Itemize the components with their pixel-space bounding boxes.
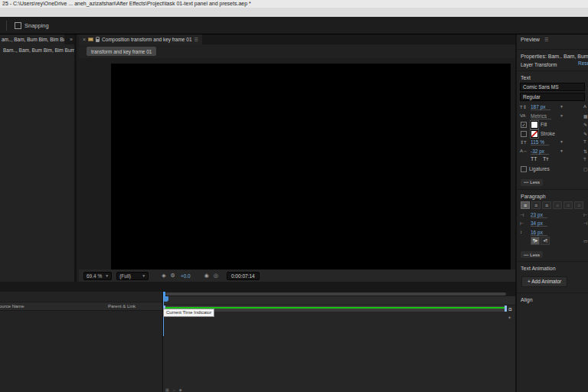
font-size-value[interactable]: 187 px	[531, 104, 550, 110]
stroke-checkbox[interactable]	[521, 131, 527, 137]
composition-panel: × Composition transform and key frame 01…	[79, 34, 515, 282]
zoom-level-value: 69.4 %	[87, 273, 102, 279]
work-area-end-handle[interactable]	[505, 305, 507, 312]
clipped-icon: ⊢	[583, 212, 587, 217]
preview-title: Preview	[521, 37, 540, 42]
tab-overflow-icon[interactable]: »	[70, 37, 74, 42]
comp-marker-button[interactable]: ◘	[508, 307, 511, 312]
small-caps-button[interactable]: Tᴛ	[543, 156, 548, 162]
snapping-checkbox[interactable]	[15, 22, 21, 29]
playhead-handle[interactable]	[163, 296, 168, 302]
text-animation-header: Text Animation	[517, 263, 588, 273]
add-animator-label: Add Animator	[531, 279, 561, 284]
ltr-direction-button[interactable]: ¶▸	[531, 237, 540, 245]
timeline-track-area: Current Time Indicator ◘ ✦	[163, 292, 515, 392]
text-less-button[interactable]: •••Less	[521, 179, 543, 186]
paragraph-less-button[interactable]: •••Less	[521, 251, 543, 258]
align-right-button[interactable]: ≡	[542, 201, 551, 209]
font-size-icon: T⇕	[520, 104, 527, 109]
comp-button-icon[interactable]: ✦	[508, 315, 511, 320]
ligatures-checkbox[interactable]	[521, 166, 527, 172]
timeline-column-header: Source Name Parent & Link	[0, 302, 162, 311]
composition-statusbar: 69.4 % ▼ (Full) ▼ ◈ ⚙ +0.0 ◉ ◎ 0:00:07:1…	[79, 270, 515, 282]
chevron-down-icon[interactable]: ▼	[560, 149, 564, 153]
fill-checkbox[interactable]: ✓	[521, 122, 527, 128]
rtl-direction-button[interactable]: ◂¶	[541, 237, 550, 245]
space-before-row: ↕ 16 px	[517, 228, 588, 237]
font-family-dropdown[interactable]: Comic Sans MS	[520, 83, 585, 91]
snapshot-icon[interactable]: ◉	[204, 273, 209, 279]
exposure-value[interactable]: +0.0	[181, 273, 191, 279]
timeline-panel: Source Name Parent & Link Current Time I…	[0, 282, 515, 392]
add-animator-button[interactable]: + Add Animator	[521, 276, 567, 287]
ligatures-label: Ligatures	[529, 166, 550, 172]
effect-source-name: Bam.., Bam, Bum Bim, Bim Bum.	[0, 44, 74, 55]
align-center-button[interactable]: ≡	[531, 201, 541, 209]
stroke-color-swatch[interactable]	[531, 130, 538, 138]
timeline-tabbar	[0, 282, 515, 292]
align-left-button[interactable]: ≡	[521, 201, 530, 209]
justify-center-button[interactable]: ≡	[564, 201, 573, 209]
current-time-field[interactable]: 0:00:07:14	[227, 272, 260, 280]
kerning-value[interactable]: Metrics	[531, 113, 551, 119]
transform-reset-button[interactable]: Reset	[578, 60, 588, 66]
source-name-column-label[interactable]: Source Name	[0, 304, 24, 309]
eyedropper-icon[interactable]: ✎	[583, 122, 587, 127]
effect-controls-tab[interactable]: am.., Bam, Bum Bim, Bim Bum.	[0, 34, 64, 44]
stroke-row: Stroke ✎	[517, 129, 588, 139]
all-caps-button[interactable]: TT	[531, 156, 537, 162]
layer-transform-header: Layer Transform Reset	[517, 60, 588, 69]
clipped-icon: T	[583, 139, 586, 144]
stroke-label: Stroke	[541, 131, 555, 136]
chevron-down-icon[interactable]: ▼	[560, 113, 564, 118]
caps-row: TT Tᴛ T	[517, 155, 588, 165]
time-ruler[interactable]	[163, 296, 515, 305]
indent-left-value[interactable]: 23 px	[531, 212, 547, 218]
clipped-icon: A	[583, 104, 586, 109]
tracking-value[interactable]: -32 px	[531, 149, 549, 155]
show-snapshot-icon[interactable]: ◎	[214, 273, 218, 279]
paragraph-header: Paragraph	[517, 191, 588, 201]
indent-left-row: ⊣ 23 px ⊢	[517, 211, 588, 220]
lock-icon[interactable]	[96, 39, 100, 42]
preview-header: Preview ☰	[517, 34, 588, 44]
channels-icon[interactable]: ◈	[162, 273, 165, 279]
clipped-checkbox[interactable]: ▢	[583, 166, 588, 172]
scrollbar-thumb[interactable]	[165, 292, 506, 296]
zoom-level-dropdown[interactable]: 69.4 % ▼	[83, 272, 112, 280]
indent-right-value[interactable]: 34 px	[531, 220, 547, 227]
tracking-icon: A↔	[520, 149, 528, 153]
resolution-dropdown[interactable]: (Full) ▼	[116, 272, 149, 280]
fill-color-swatch[interactable]	[531, 121, 538, 129]
menu-bar	[0, 8, 588, 17]
eyedropper-icon[interactable]: ✎	[583, 131, 587, 136]
chevron-down-icon[interactable]: ▼	[560, 104, 564, 109]
line-spacing-value[interactable]: 115 %	[531, 139, 549, 145]
layer-transform-title: Layer Transform	[521, 62, 557, 67]
composition-canvas[interactable]	[111, 64, 511, 270]
divider	[517, 261, 588, 262]
chevron-down-icon[interactable]: ▼	[560, 139, 564, 144]
kerning-row: VA Metrics ▼ ▩	[517, 112, 588, 121]
comp-navigator: transform and key frame 01	[79, 44, 515, 58]
composition-tab[interactable]: × Composition transform and key frame 01…	[79, 34, 202, 44]
timeline-bottom-toggles[interactable]: ▦⌂◆	[165, 387, 186, 392]
clipped-icon: ▩	[583, 113, 588, 119]
snapping-label: Snapping	[24, 22, 49, 29]
panel-menu-icon[interactable]: ☰	[194, 37, 198, 42]
composition-viewer[interactable]	[79, 58, 515, 270]
properties-header: Properties: Bam.. Bam, Bum Bim,	[517, 51, 588, 60]
text-direction-group: ¶▸ ◂¶	[531, 237, 550, 245]
chevron-down-icon: ▼	[142, 273, 145, 278]
text-direction-row: ¶▸ ◂¶ ▭	[517, 237, 588, 246]
justify-right-button[interactable]: ≡	[574, 201, 583, 209]
font-style-dropdown[interactable]: Regular	[520, 93, 585, 101]
close-icon[interactable]: ×	[83, 37, 86, 42]
parent-link-column-label[interactable]: Parent & Link	[108, 304, 136, 309]
space-before-icon: ↕	[520, 230, 522, 234]
space-before-value[interactable]: 16 px	[531, 230, 547, 236]
comp-breadcrumb-button[interactable]: transform and key frame 01	[87, 47, 156, 56]
fast-previews-icon[interactable]: ⚙	[171, 273, 175, 279]
justify-left-button[interactable]: ≡	[553, 201, 562, 209]
panel-menu-icon[interactable]: ☰	[544, 37, 548, 42]
